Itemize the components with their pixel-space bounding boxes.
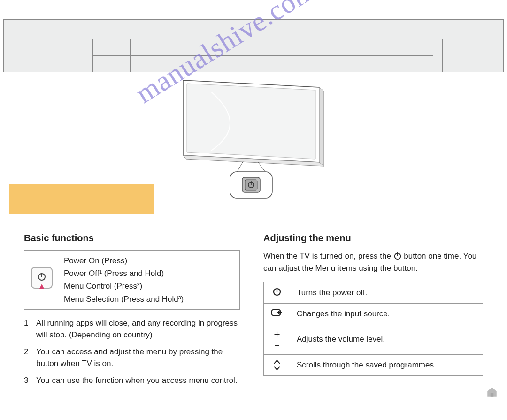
func-line: Menu Selection (Press and Hold³)	[64, 293, 235, 305]
table-row: ＋－ Adjusts the volume level.	[264, 324, 483, 355]
basic-functions-table: Power On (Press) Power Off¹ (Press and H…	[24, 250, 240, 310]
header-grid	[3, 19, 504, 72]
intro-text: When the TV is turned on, press the	[263, 252, 393, 260]
menu-row-text: Adjusts the volume level.	[290, 324, 483, 355]
footnote-text: All running apps will close, and any rec…	[36, 317, 240, 341]
footnote-text: You can access and adjust the menu by pr…	[36, 346, 240, 370]
table-row: Changes the input source.	[264, 304, 483, 324]
content-area: manualshive.com Basic functions	[3, 78, 504, 404]
svg-line-5	[258, 162, 265, 172]
basic-functions-lines: Power On (Press) Power Off¹ (Press and H…	[59, 251, 240, 310]
table-row: Turns the power off.	[264, 282, 483, 304]
table-row: Scrolls through the saved programmes.	[264, 355, 483, 376]
footnote-item: 1All running apps will close, and any re…	[24, 317, 240, 341]
svg-line-4	[237, 161, 243, 172]
volume-icon: ＋－	[264, 324, 290, 355]
footnote-num: 1	[24, 317, 30, 341]
power-icon	[393, 252, 402, 260]
footnotes: 1All running apps will close, and any re…	[24, 317, 240, 387]
footnote-num: 3	[24, 374, 30, 387]
adjusting-menu-section: Adjusting the menu When the TV is turned…	[263, 233, 483, 391]
footnote-num: 2	[24, 346, 30, 370]
press-arrow-icon	[39, 284, 44, 289]
highlight-bar	[9, 184, 154, 214]
func-line: Menu Control (Press²)	[64, 280, 235, 292]
input-icon	[264, 304, 290, 324]
menu-row-text: Scrolls through the saved programmes.	[290, 355, 483, 376]
power-button-icon	[31, 267, 53, 289]
svg-marker-1	[187, 84, 315, 159]
adjusting-menu-intro: When the TV is turned on, press the butt…	[263, 250, 483, 274]
footnote-item: 2You can access and adjust the menu by p…	[24, 346, 240, 370]
basic-functions-heading: Basic functions	[24, 233, 240, 244]
tv-illustration	[174, 78, 333, 200]
func-line: Power Off¹ (Press and Hold)	[64, 267, 235, 280]
menu-row-text: Changes the input source.	[290, 304, 483, 324]
svg-marker-2	[319, 87, 324, 166]
footnote-text: You can use the function when you access…	[36, 374, 237, 387]
channel-icon	[264, 355, 290, 376]
basic-functions-section: Basic functions Power On (Press) Power O…	[24, 233, 240, 391]
home-icon[interactable]	[486, 386, 498, 398]
power-icon	[264, 282, 290, 304]
page-frame: manualshive.com Basic functions	[3, 19, 504, 398]
menu-table: Turns the power off. Changes the input s…	[263, 282, 483, 376]
menu-row-text: Turns the power off.	[290, 282, 483, 304]
power-button-cell	[24, 251, 59, 310]
func-line: Power On (Press)	[64, 254, 235, 267]
svg-rect-19	[491, 393, 494, 397]
footnote-item: 3You can use the function when you acces…	[24, 374, 240, 387]
adjusting-menu-heading: Adjusting the menu	[263, 233, 483, 244]
